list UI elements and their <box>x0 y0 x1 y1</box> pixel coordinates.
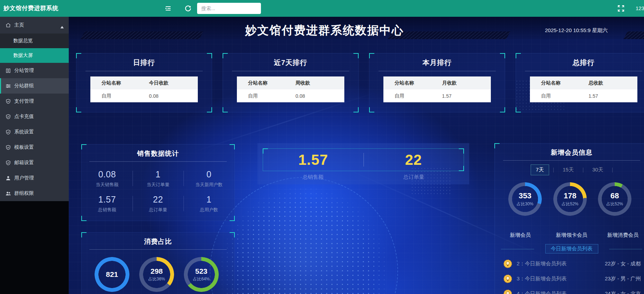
stat-label: 当天订单量 <box>133 182 184 188</box>
donut-chart-consume-members: 68 占比52% <box>598 182 631 216</box>
fullscreen-icon[interactable] <box>617 4 625 13</box>
member-list-header: 今日新增会员列表 <box>501 244 642 253</box>
stat-today-orders: 1 当天订单量 <box>133 166 184 191</box>
donut-chart-consumption-3: 523 占比64% <box>184 257 219 292</box>
card-title: 新增会员信息 <box>495 148 644 157</box>
sidebar-item-system-settings[interactable]: 系统设置 <box>0 124 69 140</box>
member-donuts: 353 占比30% 178 占比52% 68 占比52% <box>495 178 644 230</box>
cell-amount: 0.08 <box>144 93 198 99</box>
sidebar-item-label: 系统设置 <box>14 129 34 135</box>
sidebar-item-label: 邮箱设置 <box>14 160 34 166</box>
rank-table: 分站名称 周收款 自用 0.08 <box>237 76 344 102</box>
title-divider <box>89 249 227 250</box>
column-header: 分站名称 <box>530 80 584 86</box>
home-icon <box>5 22 11 28</box>
sidebar-item-substation-manage[interactable]: 分站管理 <box>0 63 69 78</box>
donut-percent: 占比52% <box>606 201 623 207</box>
donut-chart-consumption-1: 821 <box>95 257 129 292</box>
corner-accent <box>353 53 359 58</box>
list-item[interactable]: 3：今日新增会员列表 23岁 - 男 - 广州 <box>495 271 644 286</box>
big-number: 22 <box>405 152 422 168</box>
donut-value: 821 <box>106 270 118 279</box>
sidebar-item-group-permission[interactable]: 群组权限 <box>0 186 69 201</box>
sidebar-item-label: 主页 <box>14 22 24 28</box>
user-icon <box>5 175 11 181</box>
member-list-title-button[interactable]: 今日新增会员列表 <box>545 244 598 253</box>
stats-grid: 0.08 当天销售额 1 当天订单量 0 当天新用户数 1.57 总销售额 22… <box>82 166 234 216</box>
rank-card-total: 总排行 分站名称 总收款 自用 1.57 <box>516 53 644 112</box>
stat-label: 总用户数 <box>184 207 234 213</box>
corner-accent <box>223 53 228 58</box>
sidebar-item-card-recharge[interactable]: 点卡充值 <box>0 109 69 124</box>
corner-accent <box>516 107 521 112</box>
sidebar-item-label: 分站管理 <box>14 67 34 74</box>
consumption-card: 消费占比 821 298 占比36% 523 占比64% <box>81 232 235 294</box>
member-text: 2：今日新增会员列表 <box>517 260 567 267</box>
sidebar-item-data-screen[interactable]: 数据大屏 <box>0 48 69 63</box>
member-detail: 24岁 - 女 - 北京 <box>605 291 641 294</box>
username-label[interactable]: 123 <box>636 0 644 17</box>
table-row: 自用 1.57 <box>383 89 491 102</box>
sidebar-item-data-overview[interactable]: 数据总览 <box>0 34 69 48</box>
sidebar-item-user-manage[interactable]: 用户管理 <box>0 170 69 186</box>
dashboard-main: 妙文馆付费进群系统数据中心 2025-12-20 10:55:9 星期六 日排行… <box>69 17 644 294</box>
totals-box: 1.57 22 <box>263 148 464 171</box>
tab-7days[interactable]: 7天 <box>531 164 549 175</box>
datetime-label: 2025-12-20 10:55:9 星期六 <box>545 27 644 34</box>
column-header: 周收款 <box>291 80 344 86</box>
sidebar-item-template-settings[interactable]: 模板设置 <box>0 140 69 155</box>
sidebar-item-payment-manage[interactable]: 支付管理 <box>0 94 69 109</box>
corner-accent <box>230 216 235 221</box>
shield-check-icon <box>5 145 11 150</box>
cell-site-name: 自用 <box>383 93 437 99</box>
cell-amount: 1.57 <box>437 93 491 99</box>
member-detail: 22岁 - 女 - 成都 <box>605 260 641 267</box>
donut-value: 68 <box>611 191 619 200</box>
shield-check-icon <box>5 98 11 104</box>
header-decoration-left <box>81 31 203 39</box>
donut-value: 298 <box>150 267 163 275</box>
rank-card-month: 本月排行 分站名称 月收款 自用 1.57 <box>369 53 505 112</box>
corner-accent <box>81 232 87 237</box>
donut-percent: 占比52% <box>562 201 578 207</box>
corner-accent <box>76 53 81 58</box>
corner-accent <box>500 107 505 112</box>
sidebar-item-substation-group[interactable]: 分站群组 <box>0 78 69 94</box>
sidebar-item-mail-settings[interactable]: 邮箱设置 <box>0 155 69 170</box>
tab-separator <box>553 168 554 172</box>
corner-accent <box>207 53 212 58</box>
donut-percent: 占比30% <box>517 201 533 207</box>
topbar: 妙文馆付费进群系统 123 <box>0 0 644 17</box>
stat-label: 总订单量 <box>133 207 184 213</box>
search-input[interactable] <box>197 3 261 14</box>
table-header: 分站名称 周收款 <box>237 76 344 89</box>
sidebar-item-home[interactable]: 主页 <box>0 17 69 34</box>
list-item[interactable]: 4：今日新增会员列表 24岁 - 女 - 北京 <box>495 286 644 294</box>
tab-30days[interactable]: 30天 <box>587 165 608 175</box>
rank-card-daily: 日排行 分站名称 今日收款 自用 0.08 <box>76 53 212 112</box>
donut-value: 178 <box>564 191 577 200</box>
rank-table: 分站名称 总收款 自用 1.57 <box>530 76 637 102</box>
rank-table: 分站名称 今日收款 自用 0.08 <box>90 76 198 102</box>
cell-site-name: 自用 <box>237 93 291 99</box>
corner-accent <box>81 144 87 149</box>
cell-amount: 1.57 <box>584 93 637 99</box>
shield-check-icon <box>5 160 11 166</box>
donut-chart-consumption-2: 298 占比36% <box>139 257 174 292</box>
list-item[interactable]: 2：今日新增会员列表 22岁 - 女 - 成都 <box>495 256 644 271</box>
stat-today-sales: 0.08 当天销售额 <box>82 166 133 191</box>
lightbulb-icon <box>503 259 512 269</box>
table-header: 分站名称 月收款 <box>383 76 491 89</box>
sidebar-toggle-icon[interactable] <box>164 4 172 13</box>
big-number: 1.57 <box>298 152 328 168</box>
refresh-icon[interactable] <box>184 4 192 13</box>
donut-percent: 占比36% <box>148 276 165 282</box>
shield-check-icon <box>5 114 11 120</box>
stat-today-new-users: 0 当天新用户数 <box>184 166 234 191</box>
sidebar-item-label: 模板设置 <box>14 144 34 150</box>
columns-icon <box>5 68 11 74</box>
stat-total-orders: 22 总订单量 <box>133 191 184 216</box>
column-header: 月收款 <box>437 80 491 86</box>
corner-accent <box>369 53 374 58</box>
tab-15days[interactable]: 15天 <box>558 165 579 175</box>
